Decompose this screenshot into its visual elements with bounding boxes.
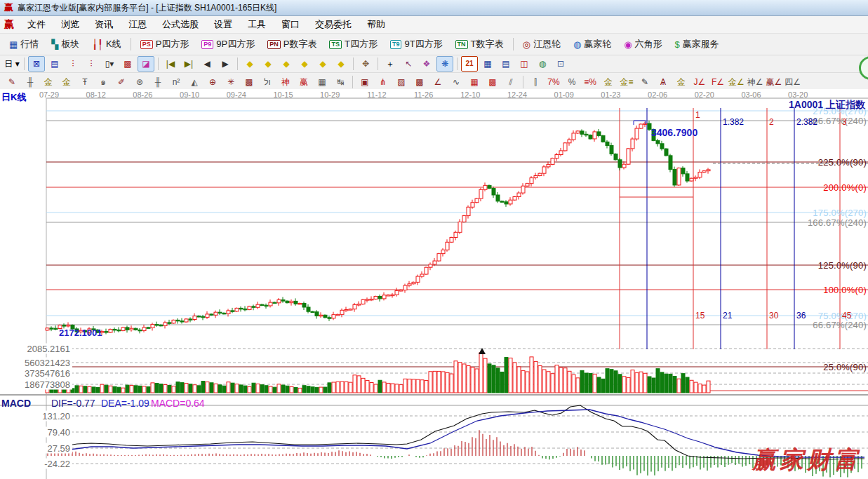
pen-small-icon[interactable]: ✎	[636, 74, 653, 90]
last-page-button[interactable]: ▶|	[180, 56, 197, 72]
diamond-right-icon[interactable]: ◆	[260, 56, 276, 72]
wave-angle-icon[interactable]: ∿	[448, 74, 465, 90]
diamond-v-icon[interactable]: ◆	[314, 56, 331, 72]
bars-3-icon[interactable]: ⫶	[65, 56, 81, 72]
menu-帮助[interactable]: 帮助	[359, 17, 393, 32]
menu-江恩[interactable]: 江恩	[121, 17, 154, 32]
toolbar-winner-service-button[interactable]: $赢家服务	[669, 35, 726, 53]
menu-logo-icon: 赢	[0, 18, 20, 31]
shen-angle-icon[interactable]: 神∠	[747, 74, 764, 90]
gold-angle-icon[interactable]: 金∠	[728, 74, 745, 90]
title-bar[interactable]: 赢 赢家江恩专业版[赢家内部服务平台] - [上证指数 SH1A0001-165…	[0, 0, 868, 16]
toolbar-sectors-button[interactable]: ▚板块	[45, 35, 86, 53]
spiral-icon[interactable]: ๑	[95, 74, 112, 90]
box-tool-icon[interactable]: ▣	[356, 74, 373, 90]
pct-3-icon[interactable]: ≡%	[582, 74, 599, 90]
web-tool-icon[interactable]: ❖	[418, 56, 435, 72]
export-web-icon[interactable]: ◍	[534, 56, 551, 72]
ruler-grid-icon[interactable]: ▦	[314, 74, 330, 90]
shen-grid-icon[interactable]: 神	[277, 74, 294, 90]
pan-hand-icon[interactable]: ✥	[357, 56, 374, 72]
crosshair-icon[interactable]: ＋	[382, 56, 399, 72]
red-grid-2-icon[interactable]: ▩	[484, 74, 501, 90]
save-icon[interactable]: ◫	[516, 56, 533, 72]
menu-浏览[interactable]: 浏览	[53, 17, 87, 32]
menu-交易委托[interactable]: 交易委托	[307, 17, 359, 32]
toolbar-quotes-button[interactable]: ▦行情	[3, 35, 45, 53]
calendar-icon[interactable]: 21	[461, 56, 478, 72]
bars-9-icon[interactable]: ⫶	[83, 56, 100, 72]
j-angle-icon[interactable]: J∠	[691, 74, 708, 90]
gold-circle-icon[interactable]: 金	[600, 74, 617, 90]
draw-pen-icon[interactable]: ✎	[4, 74, 20, 90]
notes-icon[interactable]: ▤	[498, 56, 514, 72]
toolbar-hexagon-button[interactable]: ◉六角形	[617, 35, 668, 53]
main-chart-icon[interactable]: ⊠	[28, 56, 45, 72]
gold-line-icon[interactable]: 金	[673, 74, 690, 90]
toolbar-gann-wheel-button[interactable]: ◎江恩轮	[516, 35, 567, 53]
f-angle-icon[interactable]: F∠	[709, 74, 726, 90]
red-grid-icon[interactable]: ▦	[466, 74, 483, 90]
draw-marker-icon[interactable]: ✐	[113, 74, 130, 90]
diamond-expand-icon[interactable]: ◆	[296, 56, 313, 72]
gann-grid-icon[interactable]: ▩	[119, 56, 136, 72]
rays-icon[interactable]: ⋔	[375, 74, 392, 90]
toolbar-9t-square-button[interactable]: T99T四方形	[384, 35, 449, 53]
n-mark-icon[interactable]: ול	[259, 74, 276, 90]
toolbar-winner-wheel-button[interactable]: ◍赢家轮	[567, 35, 617, 53]
toolbar-9p-square-button[interactable]: P99P四方形	[195, 35, 261, 53]
menu-文件[interactable]: 文件	[20, 17, 53, 32]
pct-7-icon[interactable]: 7%	[545, 74, 562, 90]
pct-icon[interactable]: %	[563, 74, 580, 90]
width-arrow-icon[interactable]: ↹	[332, 74, 349, 90]
toolbar-kline-button[interactable]: ╽╿K线	[86, 35, 127, 53]
box-net-icon[interactable]: ▩	[411, 74, 428, 90]
9t-square-label: 9T四方形	[404, 38, 442, 50]
price-chart-canvas[interactable]	[0, 89, 868, 479]
f10-info-icon[interactable]: ▤	[46, 56, 63, 72]
box-x-icon[interactable]: ▨	[393, 74, 410, 90]
n-square-icon[interactable]: n²	[168, 74, 185, 90]
gold-grid-2-icon[interactable]: 金	[58, 74, 75, 90]
gold-3-icon[interactable]: 金≡	[618, 74, 635, 90]
angle-lines-icon[interactable]: ∠	[429, 74, 446, 90]
menu-公式选股[interactable]: 公式选股	[154, 17, 206, 32]
toolbar-t-square-button[interactable]: TST四方形	[323, 35, 383, 53]
dense-grid-icon[interactable]: ╫	[149, 74, 166, 90]
f-grid-icon[interactable]: Ŧ	[76, 74, 93, 90]
calculator-icon[interactable]: ▦	[479, 56, 496, 72]
toolbar-p-number-button[interactable]: PNP数字表	[261, 35, 323, 53]
send-pc-icon[interactable]: ⊡	[552, 56, 569, 72]
star-web-icon[interactable]: ✳	[222, 74, 239, 90]
win-angle-icon[interactable]: 赢∠	[766, 74, 783, 90]
smart-analysis-icon[interactable]: ❋	[436, 56, 453, 72]
slashes-icon[interactable]: ⫽	[502, 74, 519, 90]
prev-page-button[interactable]: ◀	[199, 56, 215, 72]
angle-mirror-icon[interactable]: ◭	[186, 74, 203, 90]
four-angle-icon[interactable]: 四∠	[784, 74, 801, 90]
first-page-button[interactable]: |◀	[162, 56, 179, 72]
square-web-icon[interactable]: ▩	[241, 74, 258, 90]
stats-bar-icon[interactable]: ⫿	[527, 74, 544, 90]
a-wave-icon[interactable]: Ѧ	[655, 74, 672, 90]
menu-资讯[interactable]: 资讯	[87, 17, 121, 32]
compass-icon[interactable]: ⊛	[131, 74, 148, 90]
menu-设置[interactable]: 设置	[206, 17, 240, 32]
next-page-button[interactable]: ▶	[217, 56, 234, 72]
select-pointer-icon[interactable]: ↖	[400, 56, 417, 72]
macd-dif-value: DIF=-0.77	[51, 398, 95, 409]
toolbar-t-number-button[interactable]: TNT数字表	[449, 35, 510, 53]
circle-cross-icon[interactable]: ⊕	[204, 74, 221, 90]
toolbar-p-square-button[interactable]: PSP四方形	[134, 35, 196, 53]
diamond-all-icon[interactable]: ◆	[333, 56, 349, 72]
menu-窗口[interactable]: 窗口	[274, 17, 307, 32]
color-chart-icon[interactable]: ◪	[138, 56, 154, 72]
menu-工具[interactable]: 工具	[240, 17, 274, 32]
gold-grid-1-icon[interactable]: 金	[40, 74, 57, 90]
diamond-h-icon[interactable]: ◆	[278, 56, 295, 72]
diamond-left-icon[interactable]: ◆	[241, 56, 258, 72]
win-grid-icon[interactable]: 赢	[295, 74, 312, 90]
gann-grid-tool-icon[interactable]: ╫	[22, 74, 39, 90]
candle-style-dropdown[interactable]: ▯▾	[101, 56, 118, 72]
period-day-dropdown[interactable]: 日 ▾	[4, 56, 20, 72]
